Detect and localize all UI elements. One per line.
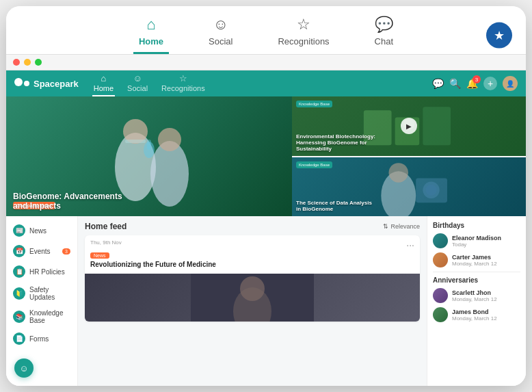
hero-main-image: Company News BioGenome: Advancements and… bbox=[6, 96, 292, 216]
recognitions-label: Recognitions bbox=[278, 36, 329, 47]
hero-section: Company News BioGenome: Advancements and… bbox=[6, 96, 526, 386]
birthday-date-2: Monday, March 12 bbox=[452, 261, 520, 267]
device-frame: ⌂ Home ☺ Social ☆ Recognitions 💬 Chat ★ bbox=[6, 6, 526, 386]
header-actions: 💬 🔍 🔔 3 + 👤 bbox=[432, 76, 518, 91]
app-home-icon: ⌂ bbox=[101, 73, 107, 83]
notification-badge: 3 bbox=[473, 75, 481, 83]
home-icon: ⌂ bbox=[146, 16, 155, 34]
svg-point-15 bbox=[425, 184, 436, 195]
feed-post: Thu, 9th Nov News Revolutionizing the Fu… bbox=[85, 235, 420, 322]
knowledge-icon: 📚 bbox=[13, 311, 25, 323]
sidebar-item-hr[interactable]: 📋 HR Policies bbox=[6, 261, 77, 282]
close-button[interactable] bbox=[13, 59, 20, 66]
sort-label: Relevance bbox=[390, 223, 420, 230]
hero-main-title: BioGenome: Advancements and Impacts bbox=[13, 192, 136, 211]
sidebar-item-forms[interactable]: 📄 Forms bbox=[6, 328, 77, 349]
knowledge-label: Knowledge Base bbox=[29, 309, 70, 324]
hero-top-right-image: Knowledge Base ▶ Environmental Biotechno… bbox=[292, 96, 526, 156]
logo-circle-small bbox=[24, 81, 29, 86]
sidebar-item-safety[interactable]: 🔰 Safety Updates bbox=[6, 282, 77, 305]
hr-label: HR Policies bbox=[29, 268, 65, 276]
play-button[interactable]: ▶ bbox=[401, 118, 417, 134]
svg-rect-19 bbox=[191, 274, 314, 322]
logo-icon bbox=[14, 78, 29, 89]
safety-icon: 🔰 bbox=[13, 287, 25, 300]
user-avatar[interactable]: 👤 bbox=[503, 76, 518, 91]
forms-label: Forms bbox=[29, 335, 49, 343]
relevance-sort[interactable]: ⇅ Relevance bbox=[383, 223, 420, 230]
bottom-right-title: The Science of Data Analysis in BioGenom… bbox=[296, 200, 378, 212]
app-nav: ⌂ Home ☺ Social ☆ Recognitions bbox=[92, 70, 432, 96]
app-logo: Spacepark bbox=[14, 78, 79, 89]
add-button[interactable]: + bbox=[483, 77, 497, 90]
bottom-content: 📰 News 📅 Events 3 📋 HR Policies bbox=[6, 216, 526, 386]
events-badge: 3 bbox=[62, 248, 70, 254]
right-panel: Birthdays Eleanor Madison Today Cart bbox=[427, 216, 526, 386]
anniversary-info-2: James Bond Monday, March 12 bbox=[452, 309, 520, 322]
sidebar-item-news[interactable]: 📰 News bbox=[6, 220, 77, 241]
sidebar-item-events[interactable]: 📅 Events 3 bbox=[6, 241, 77, 261]
app-nav-home[interactable]: ⌂ Home bbox=[92, 70, 115, 96]
app-content: Spacepark ⌂ Home ☺ Social ☆ Recognitions… bbox=[6, 70, 526, 386]
browser-chrome bbox=[6, 54, 526, 70]
top-right-title: Environmental Biotechnology: Harnessing … bbox=[296, 133, 378, 152]
post-title: Revolutionizing the Future of Medicine bbox=[90, 261, 216, 268]
app-header: Spacepark ⌂ Home ☺ Social ☆ Recognitions… bbox=[6, 70, 526, 96]
notification-icon[interactable]: 🔔 3 bbox=[466, 78, 478, 89]
nav-home[interactable]: ⌂ Home bbox=[133, 13, 169, 54]
app-recognitions-label: Recognitions bbox=[161, 84, 205, 92]
chat-label: Chat bbox=[375, 36, 393, 47]
nav-social[interactable]: ☺ Social bbox=[203, 13, 238, 54]
anniversary-date-2: Monday, March 12 bbox=[452, 315, 520, 322]
events-icon: 📅 bbox=[13, 245, 25, 257]
chat-icon: 💬 bbox=[375, 16, 393, 34]
events-label: Events bbox=[29, 248, 51, 255]
birthday-avatar-1 bbox=[433, 233, 448, 248]
floating-action-button[interactable]: ☺ bbox=[14, 358, 34, 378]
birthday-avatar-2 bbox=[433, 252, 448, 267]
floating-icon: ☺ bbox=[19, 363, 28, 374]
birthday-info-2: Carter James Monday, March 12 bbox=[452, 254, 520, 267]
post-menu[interactable]: ··· bbox=[406, 239, 414, 250]
logo-text: Spacepark bbox=[34, 79, 79, 89]
anniversary-info-1: Scarlett Jhon Monday, March 12 bbox=[452, 289, 520, 302]
anniversary-avatar-2 bbox=[433, 307, 448, 322]
post-date: Thu, 9th Nov bbox=[90, 239, 216, 246]
nav-recognitions[interactable]: ☆ Recognitions bbox=[272, 13, 334, 54]
app-social-icon: ☺ bbox=[133, 73, 142, 83]
app-nav-recognitions[interactable]: ☆ Recognitions bbox=[160, 70, 207, 96]
anniversary-name-2: James Bond bbox=[452, 309, 520, 315]
comment-icon[interactable]: 💬 bbox=[432, 78, 444, 89]
anniversary-avatar-1 bbox=[433, 288, 448, 303]
safety-label: Safety Updates bbox=[29, 286, 70, 301]
post-image-svg bbox=[191, 274, 314, 322]
anniversary-name-1: Scarlett Jhon bbox=[452, 289, 520, 296]
svg-rect-2 bbox=[125, 140, 146, 143]
svg-rect-6 bbox=[147, 140, 151, 150]
feed-area: Home feed ⇅ Relevance Thu, 9th Nov bbox=[78, 216, 427, 386]
svg-rect-9 bbox=[423, 107, 451, 145]
feed-post-header: Thu, 9th Nov News Revolutionizing the Fu… bbox=[85, 235, 420, 274]
top-navigation: ⌂ Home ☺ Social ☆ Recognitions 💬 Chat ★ bbox=[6, 6, 526, 54]
main-body: Company News BioGenome: Advancements and… bbox=[6, 96, 526, 386]
app-social-label: Social bbox=[127, 84, 148, 92]
sidebar-item-knowledge[interactable]: 📚 Knowledge Base bbox=[6, 305, 77, 328]
app-nav-social[interactable]: ☺ Social bbox=[126, 70, 149, 96]
news-icon: 📰 bbox=[13, 224, 25, 237]
search-icon[interactable]: 🔍 bbox=[449, 78, 461, 89]
birthdays-title: Birthdays bbox=[433, 222, 520, 229]
app-recognitions-icon: ☆ bbox=[179, 73, 187, 83]
hero-images: Company News BioGenome: Advancements and… bbox=[6, 96, 526, 216]
sort-icon: ⇅ bbox=[383, 223, 388, 230]
svg-point-12 bbox=[388, 163, 408, 182]
maximize-button[interactable] bbox=[35, 59, 42, 66]
nav-chat[interactable]: 💬 Chat bbox=[369, 13, 399, 54]
birthday-name-1: Eleanor Madison bbox=[452, 235, 520, 241]
hr-icon: 📋 bbox=[13, 265, 25, 278]
star-button[interactable]: ★ bbox=[486, 23, 512, 49]
minimize-button[interactable] bbox=[24, 59, 31, 66]
forms-icon: 📄 bbox=[13, 332, 25, 345]
home-label: Home bbox=[139, 36, 163, 47]
bottom-right-badge: Knowledge Base bbox=[296, 161, 332, 168]
feed-post-image bbox=[85, 274, 420, 322]
